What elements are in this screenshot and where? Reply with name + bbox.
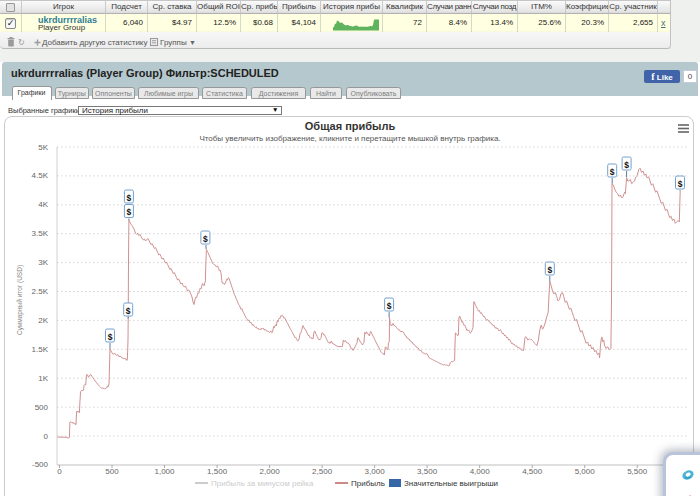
svg-text:Прибыль: Прибыль	[351, 479, 385, 488]
svg-text:$: $	[127, 193, 132, 203]
svg-text:4K: 4K	[38, 200, 48, 209]
svg-text:$: $	[610, 167, 615, 177]
svg-text:4,000: 4,000	[470, 467, 491, 476]
svg-text:$: $	[547, 265, 552, 275]
svg-text:Значительные выигрыши: Значительные выигрыши	[404, 479, 498, 488]
svg-text:3,500: 3,500	[417, 467, 438, 476]
svg-text:$: $	[126, 306, 131, 316]
svg-text:Чтобы увеличить изображение, к: Чтобы увеличить изображение, кликните и …	[199, 134, 500, 143]
svg-text:5K: 5K	[38, 143, 48, 152]
svg-text:0: 0	[44, 432, 49, 441]
svg-text:Суммарный итог (USD): Суммарный итог (USD)	[16, 265, 24, 335]
svg-text:2,500: 2,500	[312, 467, 333, 476]
svg-text:1K: 1K	[38, 374, 48, 383]
svg-text:3.5K: 3.5K	[32, 229, 49, 238]
svg-text:2.5K: 2.5K	[32, 287, 49, 296]
svg-text:1.5K: 1.5K	[32, 345, 49, 354]
svg-text:500: 500	[35, 403, 49, 412]
svg-text:4,500: 4,500	[522, 467, 543, 476]
svg-text:Общая прибыль: Общая прибыль	[305, 120, 396, 132]
svg-text:$: $	[127, 207, 132, 217]
svg-text:1,500: 1,500	[207, 467, 228, 476]
svg-text:3K: 3K	[38, 258, 48, 267]
svg-text:$: $	[624, 160, 629, 170]
svg-text:2K: 2K	[38, 316, 48, 325]
svg-text:4.5K: 4.5K	[32, 171, 49, 180]
svg-text:$: $	[387, 301, 392, 311]
svg-text:2,000: 2,000	[260, 467, 281, 476]
svg-text:3,000: 3,000	[365, 467, 386, 476]
svg-text:5,000: 5,000	[575, 467, 596, 476]
svg-text:5,500: 5,500	[627, 467, 648, 476]
svg-text:1,000: 1,000	[154, 467, 175, 476]
svg-text:-500: -500	[32, 460, 49, 469]
svg-text:Прибыль за минусом рейка: Прибыль за минусом рейка	[211, 479, 314, 488]
svg-text:$: $	[678, 179, 683, 189]
svg-text:0: 0	[57, 467, 62, 476]
svg-text:$: $	[203, 234, 208, 244]
svg-text:$: $	[108, 332, 113, 342]
svg-text:500: 500	[105, 467, 119, 476]
